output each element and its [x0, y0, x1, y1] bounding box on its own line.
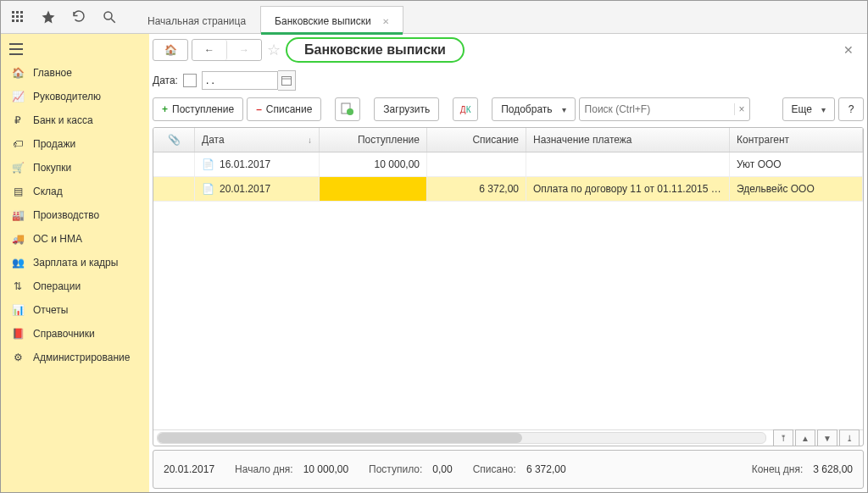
sidebar-item-production[interactable]: 🏭Производство	[1, 203, 149, 227]
outflow-button[interactable]: –Списание	[247, 97, 321, 121]
sidebar-item-sales[interactable]: 🏷Продажи	[1, 132, 149, 156]
people-icon: 👥	[9, 257, 26, 269]
sidebar-item-manager[interactable]: 📈Руководителю	[1, 85, 149, 108]
out-value: 6 372,00	[526, 463, 566, 475]
sidebar-toggle[interactable]	[1, 37, 149, 61]
doc-icon: 📄	[202, 158, 214, 170]
cell-value: Оплата по договору 11 от 01.11.2015 …	[533, 183, 721, 195]
sidebar-item-label: Зарплата и кадры	[33, 257, 118, 269]
sidebar-item-assets[interactable]: 🚚ОС и НМА	[1, 227, 149, 251]
sidebar-item-label: Справочники	[33, 328, 95, 340]
forward-button[interactable]: →	[227, 40, 261, 60]
toolbar: +Поступление –Списание Загрузить ДК Подо…	[153, 95, 864, 124]
home-button[interactable]: 🏠	[153, 39, 188, 61]
clear-search-icon[interactable]: ×	[734, 103, 749, 115]
book-icon: 📕	[9, 328, 26, 340]
last-page-button[interactable]: ⤓	[839, 429, 860, 446]
col-inflow[interactable]: Поступление	[320, 128, 427, 152]
button-label: Загрузить	[383, 103, 430, 115]
hscroll-thumb[interactable]	[158, 433, 522, 443]
pick-button[interactable]: Подобрать	[492, 97, 575, 121]
apps-icon[interactable]	[4, 3, 31, 30]
cell-value: 6 372,00	[479, 183, 519, 195]
search-icon[interactable]	[96, 3, 123, 30]
help-button[interactable]: ?	[838, 97, 864, 121]
in-label: Поступило:	[369, 463, 422, 475]
col-outflow[interactable]: Списание	[427, 128, 526, 152]
first-page-button[interactable]: ⤒	[773, 429, 793, 446]
col-party[interactable]: Контрагент	[730, 128, 863, 152]
main-area: 🏠 ← → ☆ Банковские выписки ✕ Дата: +Пост…	[149, 34, 867, 492]
filter-row: Дата:	[153, 68, 864, 93]
sidebar-item-bank[interactable]: ₽Банк и касса	[1, 108, 149, 132]
back-button[interactable]: ←	[192, 40, 227, 60]
next-page-button[interactable]: ▼	[817, 429, 837, 446]
end-label: Конец дня:	[752, 463, 804, 475]
inflow-button[interactable]: +Поступление	[153, 97, 243, 121]
date-filter-checkbox[interactable]	[183, 74, 197, 87]
more-button[interactable]: Еще	[782, 97, 835, 121]
svg-rect-1	[16, 11, 19, 14]
col-attachment[interactable]: 📎	[153, 128, 195, 152]
cell-value: 20.01.2017	[220, 183, 270, 195]
cell-party: Эдельвейс ООО	[730, 177, 863, 201]
cell-date: 📄20.01.2017	[195, 177, 320, 201]
sidebar-item-label: Операции	[33, 280, 81, 292]
home-icon: 🏠	[9, 67, 26, 79]
svg-rect-7	[16, 19, 19, 22]
plus-icon: +	[162, 103, 168, 115]
search-input[interactable]	[580, 100, 734, 119]
sidebar-item-label: Отчеты	[33, 304, 68, 316]
favorite-star-icon[interactable]: ☆	[267, 41, 281, 59]
sidebar-item-label: Покупки	[33, 162, 71, 174]
sidebar-item-reports[interactable]: 📊Отчеты	[1, 298, 149, 322]
cell-attach	[153, 177, 195, 201]
sidebar-item-main[interactable]: 🏠Главное	[1, 61, 149, 85]
register-button[interactable]	[335, 97, 360, 121]
history-icon[interactable]	[65, 3, 92, 30]
cell-date: 📄16.01.2017	[195, 152, 320, 176]
summary-footer: 20.01.2017 Начало дня:10 000,00 Поступил…	[153, 450, 864, 489]
tab-bank-statements[interactable]: Банковские выписки ✕	[260, 6, 403, 34]
tab-label: Начальная страница	[147, 15, 246, 27]
sidebar-item-operations[interactable]: ⇅Операции	[1, 274, 149, 298]
tab-home[interactable]: Начальная страница	[133, 6, 260, 34]
tag-icon: 🏷	[9, 138, 26, 150]
tab-label: Банковские выписки	[275, 15, 371, 27]
end-value: 3 628,00	[813, 463, 853, 475]
sidebar-item-purchases[interactable]: 🛒Покупки	[1, 156, 149, 180]
hscrollbar[interactable]	[157, 432, 766, 444]
col-label: Списание	[472, 134, 519, 146]
search-box[interactable]: ×	[579, 97, 750, 121]
svg-rect-0	[12, 11, 14, 14]
sidebar-item-admin[interactable]: ⚙Администрирование	[1, 346, 149, 369]
chart-icon: 📈	[9, 91, 26, 102]
sidebar-item-label: Банк и касса	[33, 114, 93, 126]
table-row[interactable]: 📄16.01.2017 10 000,00 Уют ООО	[153, 152, 863, 177]
svg-point-9	[104, 12, 112, 19]
button-label: Подобрать	[501, 103, 552, 115]
prev-page-button[interactable]: ▲	[795, 429, 815, 446]
load-button[interactable]: Загрузить	[374, 97, 439, 121]
sidebar: 🏠Главное 📈Руководителю ₽Банк и касса 🏷Пр…	[1, 34, 149, 492]
sidebar-item-catalogs[interactable]: 📕Справочники	[1, 322, 149, 346]
close-icon[interactable]: ✕	[382, 17, 389, 26]
calendar-icon[interactable]	[278, 70, 296, 91]
dtkt-button[interactable]: ДК	[453, 97, 478, 121]
table-scroll-row: ⤒ ▲ ▼ ⤓	[153, 429, 863, 446]
cell-party: Уют ООО	[730, 152, 863, 176]
cell-value: 16.01.2017	[220, 158, 270, 170]
col-date[interactable]: Дата↓	[195, 128, 320, 152]
chevron-down-icon	[816, 103, 826, 115]
truck-icon: 🚚	[9, 233, 26, 245]
table-row[interactable]: 📄20.01.2017 6 372,00 Оплата по договору …	[153, 177, 863, 202]
col-purpose[interactable]: Назначение платежа	[526, 128, 730, 152]
sidebar-item-label: Продажи	[33, 138, 75, 150]
svg-point-17	[347, 108, 353, 115]
sidebar-item-stock[interactable]: ▤Склад	[1, 180, 149, 203]
top-bar: Начальная страница Банковские выписки ✕	[1, 1, 867, 34]
date-input[interactable]	[202, 71, 278, 90]
close-page-button[interactable]: ✕	[843, 43, 854, 57]
sidebar-item-hr[interactable]: 👥Зарплата и кадры	[1, 251, 149, 274]
favorites-icon[interactable]	[35, 3, 62, 30]
